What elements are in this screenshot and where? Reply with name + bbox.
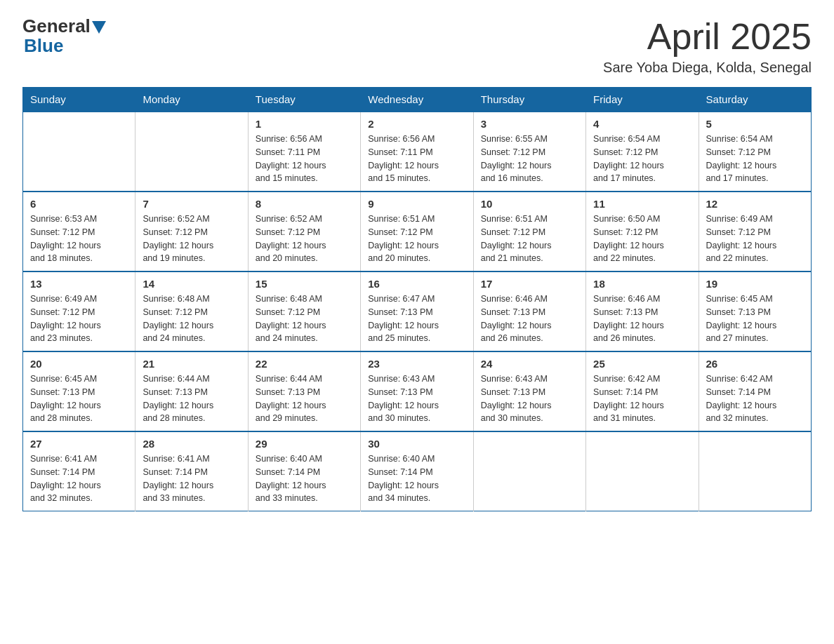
header-wednesday: Wednesday xyxy=(361,88,473,112)
day-number: 19 xyxy=(706,278,804,290)
calendar-cell: 28Sunrise: 6:41 AMSunset: 7:14 PMDayligh… xyxy=(135,431,248,511)
day-number: 18 xyxy=(593,278,691,290)
calendar-cell: 29Sunrise: 6:40 AMSunset: 7:14 PMDayligh… xyxy=(248,431,360,511)
calendar-cell: 23Sunrise: 6:43 AMSunset: 7:13 PMDayligh… xyxy=(361,351,473,431)
day-info: Sunrise: 6:42 AMSunset: 7:14 PMDaylight:… xyxy=(593,373,691,425)
calendar-cell: 13Sunrise: 6:49 AMSunset: 7:12 PMDayligh… xyxy=(23,271,135,351)
header-sunday: Sunday xyxy=(23,88,135,112)
calendar-cell: 15Sunrise: 6:48 AMSunset: 7:12 PMDayligh… xyxy=(248,271,360,351)
calendar-week-4: 20Sunrise: 6:45 AMSunset: 7:13 PMDayligh… xyxy=(23,351,812,431)
day-info: Sunrise: 6:41 AMSunset: 7:14 PMDaylight:… xyxy=(30,452,128,505)
calendar-cell: 3Sunrise: 6:55 AMSunset: 7:12 PMDaylight… xyxy=(473,112,585,192)
calendar-week-2: 6Sunrise: 6:53 AMSunset: 7:12 PMDaylight… xyxy=(23,192,812,271)
calendar-cell: 24Sunrise: 6:43 AMSunset: 7:13 PMDayligh… xyxy=(473,351,585,431)
day-info: Sunrise: 6:46 AMSunset: 7:13 PMDaylight:… xyxy=(593,293,691,345)
day-number: 22 xyxy=(256,358,353,370)
day-number: 20 xyxy=(30,358,128,370)
page-title: April 2025 xyxy=(603,17,812,57)
day-number: 8 xyxy=(256,198,353,210)
calendar-cell: 12Sunrise: 6:49 AMSunset: 7:12 PMDayligh… xyxy=(699,192,811,271)
title-block: April 2025 Sare Yoba Diega, Kolda, Seneg… xyxy=(603,17,812,76)
day-number: 14 xyxy=(143,278,240,290)
header-tuesday: Tuesday xyxy=(248,88,360,112)
calendar-cell: 6Sunrise: 6:53 AMSunset: 7:12 PMDaylight… xyxy=(23,192,135,271)
header-saturday: Saturday xyxy=(699,88,811,112)
calendar-cell: 16Sunrise: 6:47 AMSunset: 7:13 PMDayligh… xyxy=(361,271,473,351)
day-info: Sunrise: 6:52 AMSunset: 7:12 PMDaylight:… xyxy=(256,213,353,265)
day-info: Sunrise: 6:54 AMSunset: 7:12 PMDaylight:… xyxy=(706,133,804,185)
header-thursday: Thursday xyxy=(473,88,585,112)
day-info: Sunrise: 6:45 AMSunset: 7:13 PMDaylight:… xyxy=(706,293,804,345)
day-number: 26 xyxy=(706,358,804,370)
calendar-cell: 2Sunrise: 6:56 AMSunset: 7:11 PMDaylight… xyxy=(361,112,473,192)
calendar-cell: 8Sunrise: 6:52 AMSunset: 7:12 PMDaylight… xyxy=(248,192,360,271)
day-info: Sunrise: 6:41 AMSunset: 7:14 PMDaylight:… xyxy=(143,452,240,505)
calendar-week-1: 1Sunrise: 6:56 AMSunset: 7:11 PMDaylight… xyxy=(23,112,812,192)
day-number: 9 xyxy=(368,198,465,210)
day-number: 13 xyxy=(30,278,128,290)
day-number: 15 xyxy=(256,278,353,290)
day-number: 23 xyxy=(368,358,465,370)
day-info: Sunrise: 6:43 AMSunset: 7:13 PMDaylight:… xyxy=(481,373,578,425)
day-info: Sunrise: 6:48 AMSunset: 7:12 PMDaylight:… xyxy=(143,293,240,345)
day-number: 6 xyxy=(30,198,128,210)
day-info: Sunrise: 6:46 AMSunset: 7:13 PMDaylight:… xyxy=(481,293,578,345)
day-number: 17 xyxy=(481,278,578,290)
logo-arrow-icon xyxy=(92,21,106,34)
day-number: 30 xyxy=(368,438,465,450)
day-number: 27 xyxy=(30,438,128,450)
calendar-cell: 30Sunrise: 6:40 AMSunset: 7:14 PMDayligh… xyxy=(361,431,473,511)
calendar-week-3: 13Sunrise: 6:49 AMSunset: 7:12 PMDayligh… xyxy=(23,271,812,351)
calendar-cell: 7Sunrise: 6:52 AMSunset: 7:12 PMDaylight… xyxy=(135,192,248,271)
day-info: Sunrise: 6:44 AMSunset: 7:13 PMDaylight:… xyxy=(143,373,240,425)
calendar-cell: 14Sunrise: 6:48 AMSunset: 7:12 PMDayligh… xyxy=(135,271,248,351)
day-info: Sunrise: 6:40 AMSunset: 7:14 PMDaylight:… xyxy=(368,452,465,505)
day-number: 28 xyxy=(143,438,240,450)
calendar-cell: 20Sunrise: 6:45 AMSunset: 7:13 PMDayligh… xyxy=(23,351,135,431)
day-info: Sunrise: 6:45 AMSunset: 7:13 PMDaylight:… xyxy=(30,373,128,425)
day-number: 7 xyxy=(143,198,240,210)
header-friday: Friday xyxy=(586,88,699,112)
day-number: 21 xyxy=(143,358,240,370)
day-info: Sunrise: 6:44 AMSunset: 7:13 PMDaylight:… xyxy=(256,373,353,425)
logo-general-text: General xyxy=(22,17,91,35)
day-info: Sunrise: 6:40 AMSunset: 7:14 PMDaylight:… xyxy=(256,452,353,505)
calendar-cell: 25Sunrise: 6:42 AMSunset: 7:14 PMDayligh… xyxy=(586,351,699,431)
day-number: 16 xyxy=(368,278,465,290)
day-number: 10 xyxy=(481,198,578,210)
calendar-cell: 1Sunrise: 6:56 AMSunset: 7:11 PMDaylight… xyxy=(248,112,360,192)
day-number: 29 xyxy=(256,438,353,450)
day-info: Sunrise: 6:50 AMSunset: 7:12 PMDaylight:… xyxy=(593,213,691,265)
day-info: Sunrise: 6:54 AMSunset: 7:12 PMDaylight:… xyxy=(593,133,691,185)
calendar-cell xyxy=(135,112,248,192)
calendar-cell xyxy=(699,431,811,511)
calendar-cell: 26Sunrise: 6:42 AMSunset: 7:14 PMDayligh… xyxy=(699,351,811,431)
calendar-week-5: 27Sunrise: 6:41 AMSunset: 7:14 PMDayligh… xyxy=(23,431,812,511)
day-number: 12 xyxy=(706,198,804,210)
day-info: Sunrise: 6:52 AMSunset: 7:12 PMDaylight:… xyxy=(143,213,240,265)
calendar-cell: 18Sunrise: 6:46 AMSunset: 7:13 PMDayligh… xyxy=(586,271,699,351)
day-info: Sunrise: 6:43 AMSunset: 7:13 PMDaylight:… xyxy=(368,373,465,425)
calendar-cell xyxy=(586,431,699,511)
calendar-cell xyxy=(473,431,585,511)
calendar-header: Sunday Monday Tuesday Wednesday Thursday… xyxy=(23,88,812,112)
day-number: 3 xyxy=(481,118,578,130)
calendar-cell: 22Sunrise: 6:44 AMSunset: 7:13 PMDayligh… xyxy=(248,351,360,431)
calendar-cell: 21Sunrise: 6:44 AMSunset: 7:13 PMDayligh… xyxy=(135,351,248,431)
header-monday: Monday xyxy=(135,88,248,112)
day-info: Sunrise: 6:42 AMSunset: 7:14 PMDaylight:… xyxy=(706,373,804,425)
day-number: 4 xyxy=(593,118,691,130)
day-number: 11 xyxy=(593,198,691,210)
calendar-cell: 17Sunrise: 6:46 AMSunset: 7:13 PMDayligh… xyxy=(473,271,585,351)
page-header: General Blue April 2025 Sare Yoba Diega,… xyxy=(22,17,812,76)
calendar-table: Sunday Monday Tuesday Wednesday Thursday… xyxy=(22,87,812,511)
day-info: Sunrise: 6:53 AMSunset: 7:12 PMDaylight:… xyxy=(30,213,128,265)
calendar-cell: 19Sunrise: 6:45 AMSunset: 7:13 PMDayligh… xyxy=(699,271,811,351)
day-number: 1 xyxy=(256,118,353,130)
day-number: 5 xyxy=(706,118,804,130)
day-number: 2 xyxy=(368,118,465,130)
day-number: 25 xyxy=(593,358,691,370)
calendar-cell: 11Sunrise: 6:50 AMSunset: 7:12 PMDayligh… xyxy=(586,192,699,271)
calendar-cell: 4Sunrise: 6:54 AMSunset: 7:12 PMDaylight… xyxy=(586,112,699,192)
day-info: Sunrise: 6:47 AMSunset: 7:13 PMDaylight:… xyxy=(368,293,465,345)
